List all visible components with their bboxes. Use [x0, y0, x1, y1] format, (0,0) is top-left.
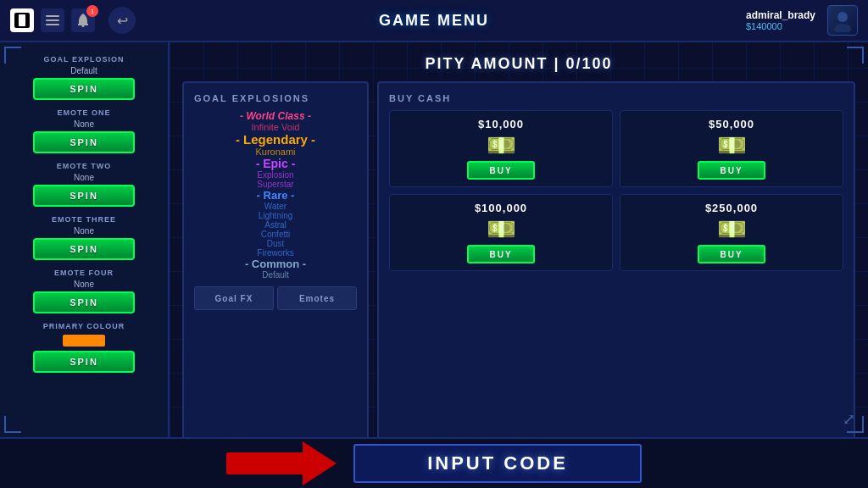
money-stack-1: 💵	[717, 134, 747, 158]
buy-item-3: $250,000 💵 BUY	[620, 194, 843, 271]
notification-icon[interactable]: 1	[71, 8, 95, 32]
username: admiral_brady	[746, 9, 815, 21]
rarity-legendary: - Legendary -	[194, 132, 357, 147]
emote-three-label: EMOTE THREE	[52, 215, 116, 224]
buy-btn-1[interactable]: BUY	[698, 161, 765, 180]
user-info: admiral_brady $140000	[746, 5, 858, 36]
emote-three-value: None	[74, 226, 94, 236]
pity-header: PITY AMOUNT | 0/100	[182, 55, 855, 73]
emote-two-label: EMOTE TWO	[57, 162, 112, 170]
top-bar: 1 GAME MENU ↩ admiral_brady $140000	[0, 0, 868, 42]
red-arrow-container	[226, 441, 337, 485]
emote-three-section: EMOTE THREE None SPIN	[17, 215, 151, 260]
money-stack-0: 💵	[487, 134, 516, 158]
rarity-rare-items: WaterLightningAstralConfettiDustFirework…	[194, 202, 357, 258]
buy-price-2: $100,000	[475, 202, 527, 214]
emote-four-label: EMOTE FOUR	[54, 269, 114, 277]
primary-colour-section: PRIMARY COLOUR SPIN	[17, 322, 151, 373]
svg-point-7	[834, 24, 851, 32]
emote-one-section: EMOTE ONE None SPIN	[17, 108, 151, 153]
expand-icon[interactable]: ⤢	[843, 410, 855, 429]
svg-rect-4	[46, 24, 59, 25]
emote-one-spin-btn[interactable]: SPIN	[33, 131, 135, 153]
input-code-button[interactable]: INPUT CODE	[353, 444, 642, 483]
user-avatar	[827, 5, 858, 36]
buy-item-0: $10,000 💵 BUY	[389, 110, 613, 187]
buy-btn-2[interactable]: BUY	[467, 245, 535, 263]
rarity-epic-items: ExplosionSuperstar	[194, 170, 357, 189]
buy-price-1: $50,000	[709, 118, 754, 130]
emote-two-spin-btn[interactable]: SPIN	[33, 185, 135, 207]
buy-item-1: $50,000 💵 BUY	[620, 110, 843, 187]
emote-two-section: EMOTE TWO None SPIN	[17, 162, 151, 207]
goal-explosions-panel: GOAL EXPLOSIONS - World Class - Infinite…	[182, 81, 369, 475]
primary-colour-label: PRIMARY COLOUR	[43, 322, 125, 330]
menu-icon[interactable]	[41, 8, 64, 32]
roblox-icon[interactable]	[10, 8, 34, 32]
rarity-epic: - Epic -	[194, 157, 357, 170]
tab-emotes[interactable]: Emotes	[277, 286, 357, 310]
tab-row: Goal FX Emotes	[194, 286, 357, 310]
emote-three-spin-btn[interactable]: SPIN	[33, 238, 135, 260]
emote-four-value: None	[74, 280, 94, 289]
game-menu-title: GAME MENU	[379, 12, 489, 30]
svg-rect-1	[19, 14, 25, 26]
top-bar-left: 1 GAME MENU ↩	[10, 7, 136, 34]
left-sidebar: GOAL EXPLOSION Default SPIN EMOTE ONE No…	[0, 42, 170, 488]
panels-row: GOAL EXPLOSIONS - World Class - Infinite…	[182, 81, 855, 475]
buy-price-0: $10,000	[478, 118, 524, 130]
notification-badge: 1	[86, 5, 98, 17]
buy-btn-3[interactable]: BUY	[698, 245, 765, 263]
tab-goal-fx[interactable]: Goal FX	[194, 286, 274, 310]
emote-four-spin-btn[interactable]: SPIN	[33, 291, 135, 313]
money-stack-2: 💵	[487, 218, 516, 241]
rarity-world-class: - World Class -	[194, 110, 357, 122]
svg-point-6	[837, 12, 848, 22]
buy-btn-0[interactable]: BUY	[467, 161, 535, 180]
input-code-text: INPUT CODE	[427, 452, 568, 474]
rarity-common-item-0: Default	[194, 270, 357, 280]
emote-two-value: None	[74, 173, 94, 182]
emote-one-value: None	[74, 119, 94, 129]
svg-rect-5	[82, 25, 85, 27]
rarity-rare: - Rare -	[194, 189, 357, 202]
buy-item-2: $100,000 💵 BUY	[389, 194, 613, 271]
goal-explosion-spin-btn[interactable]: SPIN	[33, 78, 135, 100]
goal-explosion-value: Default	[70, 66, 97, 75]
user-balance: $140000	[746, 21, 815, 31]
rarity-world-class-item-0: Infinite Void	[194, 122, 357, 132]
goal-explosion-label: GOAL EXPLOSION	[44, 55, 125, 64]
buy-cash-panel: BUY CASH $10,000 💵 BUY $50,000 💵 BUY $10…	[377, 81, 855, 475]
center-panel: PITY AMOUNT | 0/100 GOAL EXPLOSIONS - Wo…	[170, 42, 868, 488]
rarity-common: - Common -	[194, 258, 357, 270]
rarity-legendary-item-0: Kuronami	[194, 147, 357, 157]
primary-colour-spin-btn[interactable]: SPIN	[33, 351, 135, 373]
emote-one-label: EMOTE ONE	[57, 108, 110, 117]
main-content: GOAL EXPLOSION Default SPIN EMOTE ONE No…	[0, 42, 868, 488]
bottom-bar: INPUT CODE	[0, 437, 868, 488]
buy-cash-title: BUY CASH	[389, 93, 843, 103]
primary-colour-swatch	[63, 335, 105, 347]
arrow-shaft	[226, 452, 303, 474]
buy-price-3: $250,000	[705, 202, 758, 214]
buy-cash-grid: $10,000 💵 BUY $50,000 💵 BUY $100,000 💵 B…	[389, 110, 843, 271]
arrow-head	[303, 441, 337, 485]
money-stack-3: 💵	[717, 218, 747, 241]
back-button[interactable]: ↩	[108, 7, 136, 34]
svg-rect-2	[46, 15, 59, 17]
goal-explosions-title: GOAL EXPLOSIONS	[194, 93, 357, 103]
emote-four-section: EMOTE FOUR None SPIN	[17, 269, 151, 313]
svg-rect-3	[46, 19, 59, 21]
goal-explosion-section: GOAL EXPLOSION Default SPIN	[17, 55, 151, 100]
